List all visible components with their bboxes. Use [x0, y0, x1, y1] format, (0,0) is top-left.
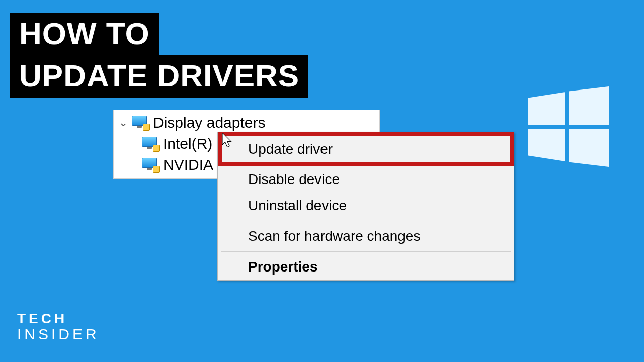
menu-item-update-driver[interactable]: Update driver [218, 132, 514, 166]
svg-marker-3 [569, 129, 609, 167]
menu-separator [221, 251, 511, 252]
menu-item-scan-hardware[interactable]: Scan for hardware changes [218, 223, 514, 249]
display-adapter-icon [132, 116, 149, 130]
menu-item-disable-device[interactable]: Disable device [218, 166, 514, 193]
menu-item-label: Scan for hardware changes [248, 228, 420, 244]
menu-separator [221, 221, 511, 221]
tree-item-label: NVIDIA [163, 156, 213, 173]
tech-insider-logo: TECH INSIDER [17, 311, 100, 342]
menu-item-label: Uninstall device [248, 198, 347, 213]
brand-line-1: TECH [17, 311, 100, 326]
svg-marker-0 [528, 92, 565, 125]
svg-marker-4 [222, 133, 231, 147]
context-menu: Update driver Disable device Uninstall d… [217, 132, 514, 281]
headline-line-2: UPDATE DRIVERS [10, 55, 308, 98]
menu-item-label: Disable device [248, 171, 340, 187]
display-adapter-icon [142, 137, 159, 151]
windows-logo-icon [528, 86, 609, 167]
chevron-down-icon[interactable]: ⌄ [119, 116, 128, 129]
tree-item-label: Intel(R) [163, 135, 212, 152]
brand-line-2: INSIDER [17, 326, 100, 342]
svg-marker-1 [569, 86, 609, 125]
svg-marker-2 [528, 129, 565, 161]
tree-category-label: Display adapters [153, 114, 265, 131]
headline-line-1: HOW TO [10, 13, 159, 55]
menu-item-label: Properties [248, 259, 318, 275]
display-adapter-icon [142, 158, 159, 172]
tree-category-display-adapters[interactable]: ⌄ Display adapters [119, 112, 376, 133]
menu-item-label: Update driver [248, 141, 333, 157]
mouse-cursor-icon [222, 133, 233, 148]
menu-item-uninstall-device[interactable]: Uninstall device [218, 193, 514, 219]
menu-item-properties[interactable]: Properties [218, 254, 514, 280]
